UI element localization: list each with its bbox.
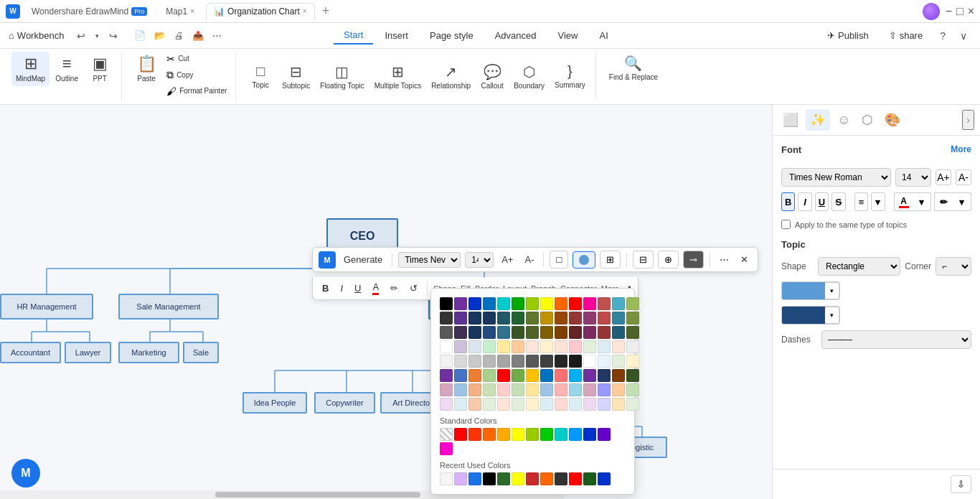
color-cell[interactable] — [583, 369, 596, 382]
color-cell[interactable] — [583, 312, 596, 325]
color-cell[interactable] — [583, 355, 596, 368]
ft-underline-btn[interactable]: U — [351, 281, 364, 295]
font-color-dropdown[interactable]: ▾ — [913, 192, 931, 211]
recent-color-cell[interactable] — [468, 472, 481, 485]
color-cell[interactable] — [454, 398, 467, 411]
border-color-swatch[interactable] — [782, 307, 825, 324]
panel-tab-theme[interactable]: 🎨 — [880, 109, 905, 131]
recent-color-cell[interactable] — [440, 472, 453, 485]
color-cell[interactable] — [483, 297, 496, 310]
close-btn[interactable]: × — [968, 5, 974, 18]
color-cell[interactable] — [569, 398, 582, 411]
color-cell[interactable] — [555, 369, 567, 382]
recent-color-cell[interactable] — [512, 472, 524, 485]
color-cell[interactable] — [612, 398, 625, 411]
maximize-btn[interactable]: □ — [956, 5, 963, 18]
align-dropdown-btn[interactable]: ▾ — [871, 192, 885, 211]
ft-font-color-btn[interactable]: A — [369, 280, 382, 297]
recent-color-cell[interactable] — [555, 472, 567, 485]
color-cell[interactable] — [555, 312, 567, 325]
color-cell[interactable] — [612, 355, 625, 368]
color-cell[interactable] — [454, 326, 467, 339]
tab-ai[interactable]: AI — [589, 27, 618, 45]
std-color-cell[interactable] — [598, 428, 611, 441]
color-cell[interactable] — [598, 312, 611, 325]
color-cell[interactable] — [526, 383, 539, 396]
color-cell[interactable] — [540, 312, 553, 325]
color-cell[interactable] — [569, 340, 582, 353]
color-cell[interactable] — [512, 326, 524, 339]
lawyer-node[interactable]: Lawyer — [65, 342, 111, 363]
summary-btn[interactable]: } Summary — [550, 60, 590, 93]
color-cell[interactable] — [483, 312, 496, 325]
color-cell[interactable] — [497, 398, 510, 411]
color-cell[interactable] — [512, 398, 524, 411]
color-cell[interactable] — [626, 340, 639, 353]
ft-size-decrease-btn[interactable]: A- — [521, 253, 537, 266]
undo-dropdown[interactable]: ▾ — [91, 28, 103, 44]
recent-color-cell[interactable] — [526, 472, 539, 485]
color-cell[interactable] — [454, 297, 467, 310]
color-cell[interactable] — [497, 312, 510, 325]
std-color-cell[interactable] — [497, 428, 510, 441]
color-cell[interactable] — [555, 355, 567, 368]
color-cell[interactable] — [440, 340, 453, 353]
floating-topic-btn[interactable]: ◫ Floating Topic — [316, 60, 369, 93]
color-cell[interactable] — [468, 312, 481, 325]
recent-color-cell[interactable] — [483, 472, 496, 485]
tab-edrawmind[interactable]: Wondershare EdrawMind Pro — [24, 4, 154, 19]
find-replace-btn[interactable]: 🔍 Find & Replace — [605, 52, 662, 85]
font-more-link[interactable]: More — [951, 144, 971, 155]
accountant-node[interactable]: Accountant — [0, 342, 61, 363]
color-cell[interactable] — [440, 355, 453, 368]
color-cell[interactable] — [526, 297, 539, 310]
border-color-dropdown[interactable]: ▾ — [825, 307, 839, 324]
color-cell[interactable] — [555, 340, 567, 353]
std-color-cell[interactable] — [569, 428, 582, 441]
color-cell[interactable] — [612, 383, 625, 396]
std-color-cell[interactable] — [483, 428, 496, 441]
color-cell[interactable] — [512, 312, 524, 325]
recent-color-cell[interactable] — [583, 472, 596, 485]
color-cell[interactable] — [454, 340, 467, 353]
color-cell[interactable] — [526, 369, 539, 382]
color-cell[interactable] — [497, 355, 510, 368]
color-cell[interactable] — [483, 326, 496, 339]
color-cell[interactable] — [626, 383, 639, 396]
color-cell[interactable] — [483, 398, 496, 411]
tab-view[interactable]: View — [548, 27, 588, 45]
paste-btn[interactable]: 📋 Paste — [131, 52, 162, 86]
ppt-btn[interactable]: ▣ PPT — [84, 52, 116, 86]
panel-footer-btn[interactable]: ⇩ — [951, 475, 971, 493]
color-cell[interactable] — [569, 383, 582, 396]
color-cell[interactable] — [569, 369, 582, 382]
color-cell[interactable] — [583, 297, 596, 310]
color-cell[interactable] — [468, 355, 481, 368]
color-cell[interactable] — [483, 369, 496, 382]
color-cell[interactable] — [468, 340, 481, 353]
color-cell[interactable] — [583, 340, 596, 353]
color-cell[interactable] — [440, 326, 453, 339]
more-file-btn[interactable]: ⋯ — [209, 28, 225, 43]
color-cell[interactable] — [497, 340, 510, 353]
color-cell[interactable] — [540, 369, 553, 382]
font-name-select[interactable]: Times New Roman Arial Calibri — [781, 168, 891, 187]
workbench-btn[interactable]: ⌂ Workbench — [9, 30, 64, 41]
color-cell[interactable] — [540, 340, 553, 353]
color-cell[interactable] — [598, 326, 611, 339]
multiple-topics-btn[interactable]: ⊞ Multiple Topics — [370, 60, 425, 93]
color-cell[interactable] — [512, 297, 524, 310]
sale-sub-node[interactable]: Sale — [183, 342, 219, 363]
italic-btn[interactable]: I — [798, 192, 811, 211]
ft-highlight-btn[interactable]: ✏ — [387, 281, 402, 295]
color-cell[interactable] — [540, 297, 553, 310]
redo-btn[interactable]: ↪ — [105, 28, 122, 44]
std-color-cell[interactable] — [512, 428, 524, 441]
color-cell[interactable] — [440, 312, 453, 325]
color-cell[interactable] — [583, 398, 596, 411]
color-cell[interactable] — [626, 326, 639, 339]
color-cell[interactable] — [512, 369, 524, 382]
ft-shape-btn[interactable]: □ — [550, 251, 568, 269]
panel-tab-topic-style[interactable]: ⬜ — [778, 109, 803, 131]
std-color-cell[interactable] — [526, 428, 539, 441]
